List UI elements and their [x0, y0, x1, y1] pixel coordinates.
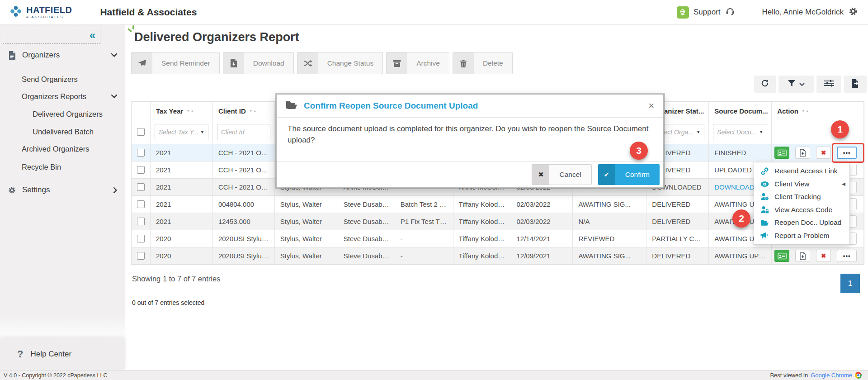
cell-delivered_date: 12/09/2021: [517, 252, 551, 260]
close-icon[interactable]: ×: [648, 101, 654, 111]
ellipsis-icon: •••: [843, 253, 851, 259]
refresh-button[interactable]: [754, 76, 776, 93]
folder-open-icon: [760, 219, 769, 226]
delete-row-button[interactable]: ✖: [816, 250, 831, 262]
check-icon: ✔: [598, 164, 615, 185]
column-options-button[interactable]: [816, 76, 841, 93]
annotation-step-1-badge: 1: [831, 120, 849, 138]
gear-icon[interactable]: [848, 6, 858, 18]
send-reminder-button[interactable]: Send Reminder: [131, 52, 220, 74]
download-file-button[interactable]: [795, 250, 810, 262]
menu-item-resend-access-link[interactable]: Resend Access Link: [754, 165, 849, 178]
sort-carets-icon[interactable]: ▼▲: [249, 109, 257, 113]
page-title: Delivered Organizers Report: [134, 30, 299, 44]
cell-tax_year: 2020: [156, 235, 171, 242]
delete-button[interactable]: Delete: [453, 52, 513, 74]
best-viewed-text: Best viewed in: [770, 372, 808, 379]
cell-sender: Tiffany Kolodziej: [459, 218, 505, 225]
column-header-select: [132, 102, 151, 120]
filter-input-client_id[interactable]: [217, 124, 270, 140]
menu-item-view-access-code[interactable]: View Access Code: [754, 204, 849, 217]
select-caret-icon: ▼: [759, 130, 763, 134]
cell-client_name: Stylus, Walter: [280, 218, 322, 225]
column-header-action[interactable]: Action▼▲: [772, 102, 864, 120]
column-header-tax_year[interactable]: Tax Year▼▲: [151, 102, 213, 120]
sidebar-item-settings[interactable]: Settings: [0, 182, 125, 198]
document-icon: [7, 51, 17, 60]
sidebar-item-archived-organizers[interactable]: Archived Organizers: [0, 141, 125, 157]
row-checkbox[interactable]: [137, 218, 145, 225]
id-card-button[interactable]: [774, 147, 789, 159]
download-file-button[interactable]: [795, 147, 810, 159]
version-copyright: V 4.0 - Copyright © 2022 cPaperless LLC: [4, 372, 107, 379]
menu-item-reopen-doc-upload[interactable]: Reopen Doc.. Upload: [754, 216, 849, 229]
trash-icon: [453, 52, 474, 74]
collapse-chevrons-icon[interactable]: «: [90, 28, 95, 43]
menu-item-report-a-problem[interactable]: Report a Problem: [754, 229, 849, 242]
more-actions-button[interactable]: •••: [837, 250, 857, 262]
archive-button[interactable]: Archive: [386, 52, 449, 74]
export-button[interactable]: [844, 76, 867, 93]
column-label: Source Docum...: [714, 107, 768, 115]
sort-carets-icon[interactable]: ▼▲: [186, 109, 194, 113]
cell-client_name: Stylus, Walter: [280, 252, 322, 260]
download-button[interactable]: Download: [223, 52, 294, 74]
chevron-down-icon: [111, 53, 117, 57]
cell-esign_status: AWAITING SIG...: [578, 200, 631, 208]
cell-organizer_status: DELIVERED: [652, 200, 690, 208]
menu-item-client-tracking[interactable]: Client Tracking: [754, 190, 849, 204]
user-clock-icon: [760, 193, 769, 201]
column-header-client_id[interactable]: Client ID▼▲: [213, 102, 275, 120]
row-checkbox[interactable]: [137, 252, 145, 260]
eye-icon: [760, 181, 769, 187]
cell-client_name: Stylus, Walter: [280, 200, 322, 208]
link-icon: [760, 167, 769, 176]
column-label: Tax Year: [156, 107, 183, 115]
confirm-button[interactable]: ✔ Confirm: [598, 164, 660, 185]
select-all-checkbox[interactable]: [137, 128, 145, 136]
user-greeting[interactable]: Hello, Annie McGoldrick: [762, 8, 844, 17]
cell-batch: P1 Fix Test TLK: [401, 218, 448, 225]
cell-esign_status: REVIEWED: [578, 235, 614, 242]
filter-select-source_doc_status[interactable]: Select Docu...▼: [713, 124, 767, 140]
sidebar-item-organizers-reports[interactable]: Organizers Reports: [0, 88, 125, 104]
row-checkbox[interactable]: [137, 200, 145, 208]
cell-client_name: Stylus, Walter: [280, 235, 322, 242]
sidebar-item-organizers[interactable]: Organizers: [0, 47, 125, 63]
company-logo[interactable]: HATFIELD & ASSOCIATES: [9, 5, 72, 20]
cell-preparer: Steve Dusablon: [344, 200, 389, 208]
help-center-link[interactable]: ? Help Center: [0, 338, 125, 370]
pagination-page-1[interactable]: 1: [840, 274, 860, 293]
google-chrome-link[interactable]: Google Chrome: [811, 372, 852, 379]
sidebar-item-delivered-organizers[interactable]: Delivered Organizers: [0, 106, 125, 122]
column-header-source_doc_status: Source Docum...: [709, 102, 772, 120]
shuffle-icon: [297, 52, 318, 74]
cell-batch: -: [401, 235, 403, 242]
id-card-button[interactable]: [774, 250, 789, 262]
bulk-action-toolbar: Send Reminder Download Change Status Arc…: [131, 52, 513, 74]
cell-batch: Batch Test 2 for ...: [401, 200, 448, 208]
menu-item-client-view[interactable]: Client View ◀: [754, 178, 849, 191]
sidebar-collapse-box[interactable]: «: [3, 27, 100, 44]
sidebar-item-send-organizers[interactable]: Send Organizers: [0, 71, 125, 87]
sidebar-item-recycle-bin[interactable]: Recycle Bin: [0, 159, 125, 175]
support-link[interactable]: Support: [677, 6, 735, 19]
filter-button[interactable]: [778, 76, 814, 93]
file-download-icon: [223, 52, 244, 74]
sort-carets-icon[interactable]: ▼▲: [802, 109, 810, 113]
app-title: Hatfield & Associates: [100, 7, 197, 18]
cell-batch: -: [401, 252, 403, 260]
table-row[interactable]: 20202020USI Stylus,...Stylus, WalterStev…: [132, 247, 864, 265]
filter-select-tax_year[interactable]: Select Tax Y...▼: [155, 124, 208, 140]
row-checkbox[interactable]: [137, 183, 145, 191]
sidebar-item-undelivered-batch[interactable]: Undelivered Batch: [0, 124, 125, 140]
cancel-button[interactable]: ✖ Cancel: [532, 164, 591, 185]
delete-row-button[interactable]: ✖: [816, 147, 831, 159]
cell-client_id: 12453.000: [218, 218, 250, 225]
row-checkbox[interactable]: [137, 149, 145, 157]
row-checkbox[interactable]: [137, 235, 145, 242]
change-status-button[interactable]: Change Status: [297, 52, 383, 74]
red-x-icon: ✖: [821, 150, 826, 156]
cell-sender: Tiffany Kolodziej: [459, 200, 505, 208]
row-checkbox[interactable]: [137, 166, 145, 174]
